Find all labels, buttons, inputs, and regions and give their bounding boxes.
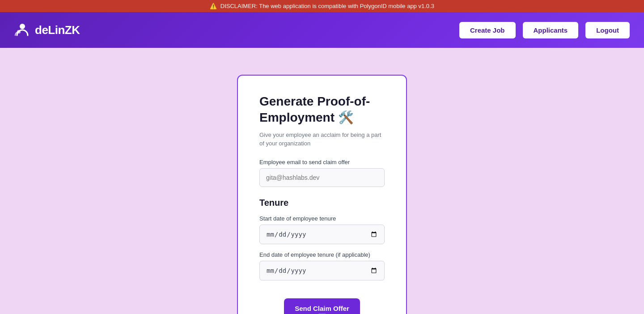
disclaimer-text: DISCLAIMER: The web application is compa… [220,3,434,9]
logout-button[interactable]: Logout [585,22,630,38]
logo-text: deLinZK [35,23,80,37]
start-date-input[interactable] [259,225,385,244]
form-subtitle: Give your employee an acclaim for being … [259,131,385,148]
warning-icon: ⚠️ [210,3,217,9]
navbar: deLinZK Create Job Applicants Logout [0,12,644,48]
disclaimer-banner: ⚠️ DISCLAIMER: The web application is co… [0,0,644,12]
applicants-button[interactable]: Applicants [523,22,579,38]
form-title: Generate Proof-of-Employment 🛠️ [259,93,385,126]
logo-icon [14,22,30,38]
main-content: Generate Proof-of-Employment 🛠️ Give you… [0,48,644,314]
email-label: Employee email to send claim offer [259,159,385,165]
form-card: Generate Proof-of-Employment 🛠️ Give you… [237,75,407,314]
end-date-input[interactable] [259,261,385,280]
start-date-label: Start date of employee tenure [259,215,385,222]
tenure-section-title: Tenure [259,198,385,208]
email-input[interactable] [259,168,385,187]
create-job-button[interactable]: Create Job [459,22,516,38]
end-date-label: End date of employee tenure (if applicab… [259,251,385,258]
nav-buttons: Create Job Applicants Logout [459,22,630,38]
logo-area: deLinZK [14,22,80,38]
send-claim-offer-button[interactable]: Send Claim Offer 📧 [284,298,360,314]
svg-point-0 [20,24,25,29]
